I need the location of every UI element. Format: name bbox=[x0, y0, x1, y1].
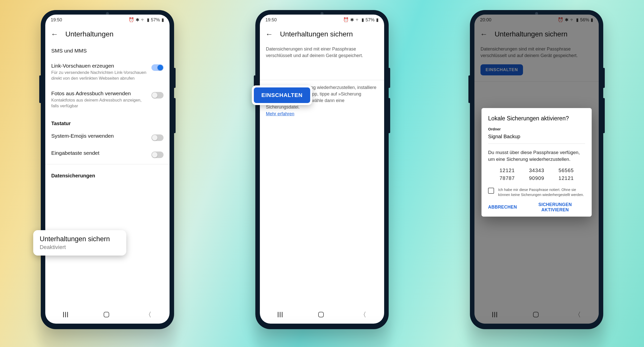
screen-3: 20:00 ⏰ ✱ ᯤ ▮ 56% ▮ ← Unterhaltungen sic… bbox=[474, 15, 599, 324]
battery-pct: 57% bbox=[366, 17, 375, 23]
bluetooth-icon: ✱ bbox=[350, 18, 354, 22]
folder-value: Signal Backup bbox=[488, 134, 585, 144]
back-button[interactable]: 〈 bbox=[145, 310, 151, 319]
home-button[interactable] bbox=[318, 312, 324, 317]
confirm-text: Ich habe mir diese Passphrase notiert. O… bbox=[498, 187, 585, 197]
row-link-preview[interactable]: Link-Vorschauen erzeugen Für zu versende… bbox=[45, 58, 170, 86]
row-title: Link-Vorschauen erzeugen bbox=[51, 63, 147, 69]
back-arrow-icon[interactable]: ← bbox=[265, 30, 273, 38]
backup-description: Datensicherungen sind mit einer Passphra… bbox=[260, 43, 384, 63]
row-system-emoji[interactable]: System-Emojis verwenden bbox=[45, 128, 170, 145]
pass-chunk: 56565 bbox=[558, 168, 574, 173]
power-button bbox=[174, 68, 176, 88]
passphrase-grid: 12121 34343 56565 78787 90909 12121 bbox=[497, 168, 577, 181]
status-time: 19:50 bbox=[265, 17, 277, 23]
home-button[interactable] bbox=[104, 312, 109, 317]
battery-pct: 57% bbox=[151, 17, 160, 23]
pass-chunk: 90909 bbox=[529, 175, 544, 181]
statusbar: 19:50 ⏰ ✱ ᯤ ▮ 57% ▮ bbox=[45, 15, 170, 25]
address-photos-toggle[interactable] bbox=[151, 92, 164, 98]
phone-1: 19:50 ⏰ ✱ ᯤ ▮ 57% ▮ ← Unterhaltungen SMS… bbox=[41, 10, 174, 329]
appbar: ← Unterhaltungen sichern bbox=[260, 25, 384, 43]
screen-1: 19:50 ⏰ ✱ ᯤ ▮ 57% ▮ ← Unterhaltungen SMS… bbox=[45, 15, 170, 324]
pass-chunk: 78787 bbox=[500, 175, 515, 181]
alarm-icon: ⏰ bbox=[129, 18, 134, 22]
confirm-button[interactable]: SICHERUNGEN AKTIVIEREN bbox=[525, 202, 585, 213]
volume-button bbox=[39, 75, 41, 103]
row-subtitle: Kontaktfotos aus deinem Adressbuch anzei… bbox=[51, 97, 147, 109]
pass-chunk: 34343 bbox=[529, 168, 544, 173]
row-title: System-Emojis verwenden bbox=[51, 133, 147, 139]
side-button bbox=[603, 98, 605, 133]
wifi-icon: ᯤ bbox=[141, 18, 145, 22]
section-backups: Datensicherungen bbox=[45, 166, 170, 181]
settings-list[interactable]: SMS und MMS Link-Vorschauen erzeugen Für… bbox=[45, 43, 170, 306]
enter-toggle[interactable] bbox=[151, 152, 164, 158]
back-arrow-icon[interactable]: ← bbox=[51, 30, 58, 38]
row-title: SMS und MMS bbox=[51, 48, 164, 54]
callout-enable-button: EINSCHALTEN bbox=[252, 85, 312, 105]
row-sms-mms[interactable]: SMS und MMS bbox=[45, 43, 170, 58]
screen-2: 19:50 ⏰ ✱ ᯤ ▮ 57% ▮ ← Unterhaltungen sic… bbox=[260, 15, 384, 324]
battery-icon: ▮ bbox=[162, 18, 164, 22]
row-address-photos[interactable]: Fotos aus Adressbuch verwenden Kontaktfo… bbox=[45, 86, 170, 114]
callout-subtitle: Deaktiviert bbox=[40, 244, 120, 251]
phone-2: 19:50 ⏰ ✱ ᯤ ▮ 57% ▮ ← Unterhaltungen sic… bbox=[255, 10, 389, 329]
pass-chunk: 12121 bbox=[558, 175, 574, 181]
dialog-title: Lokale Sicherungen aktivieren? bbox=[488, 115, 585, 122]
back-button[interactable]: 〈 bbox=[360, 310, 366, 319]
row-enter-sends[interactable]: Eingabetaste sendet bbox=[45, 145, 170, 163]
section-keyboard: Tastatur bbox=[45, 114, 170, 128]
page-title: Unterhaltungen bbox=[65, 30, 113, 38]
wifi-icon: ᯤ bbox=[355, 18, 360, 22]
battery-icon: ▮ bbox=[376, 18, 379, 22]
status-right: ⏰ ✱ ᯤ ▮ 57% ▮ bbox=[129, 17, 164, 23]
side-button bbox=[174, 98, 176, 133]
statusbar: 19:50 ⏰ ✱ ᯤ ▮ 57% ▮ bbox=[260, 15, 384, 25]
callout-title: Unterhaltungen sichern bbox=[40, 235, 120, 243]
phone-3: 20:00 ⏰ ✱ ᯤ ▮ 56% ▮ ← Unterhaltungen sic… bbox=[470, 10, 603, 329]
dialog-actions: ABBRECHEN SICHERUNGEN AKTIVIEREN bbox=[488, 202, 585, 213]
volume-button bbox=[468, 75, 470, 103]
passphrase-note: Du musst über diese Passphrase verfügen,… bbox=[488, 149, 585, 163]
divider bbox=[45, 164, 170, 164]
power-button bbox=[603, 68, 605, 88]
row-title: Eingabetaste sendet bbox=[51, 150, 147, 156]
row-subtitle: Für zu versendende Nachrichten Link-Vors… bbox=[51, 70, 147, 81]
android-navbar: 〈 bbox=[260, 306, 384, 324]
side-button bbox=[388, 98, 390, 133]
recent-apps-button[interactable] bbox=[63, 312, 68, 317]
status-time: 19:50 bbox=[51, 17, 62, 23]
folder-label: Ordner bbox=[488, 127, 585, 131]
divider bbox=[260, 80, 384, 80]
pass-chunk: 12121 bbox=[500, 168, 515, 173]
confirm-checkbox[interactable] bbox=[488, 188, 494, 194]
cell-icon: ▮ bbox=[361, 18, 364, 22]
learn-more-link[interactable]: Mehr erfahren bbox=[266, 111, 294, 116]
cancel-button[interactable]: ABBRECHEN bbox=[488, 202, 517, 213]
status-right: ⏰ ✱ ᯤ ▮ 57% ▮ bbox=[343, 17, 379, 23]
enable-button[interactable]: EINSCHALTEN bbox=[254, 87, 310, 103]
power-button bbox=[388, 68, 390, 88]
page-title: Unterhaltungen sichern bbox=[280, 30, 353, 38]
emoji-toggle[interactable] bbox=[151, 134, 164, 141]
confirm-check-row[interactable]: Ich habe mir diese Passphrase notiert. O… bbox=[488, 187, 585, 197]
row-title: Fotos aus Adressbuch verwenden bbox=[51, 90, 147, 96]
alarm-icon: ⏰ bbox=[343, 18, 349, 22]
enable-backup-dialog: Lokale Sicherungen aktivieren? Ordner Si… bbox=[481, 108, 592, 217]
cell-icon: ▮ bbox=[147, 18, 149, 22]
bluetooth-icon: ✱ bbox=[136, 18, 139, 22]
callout-backup-row[interactable]: Unterhaltungen sichern Deaktiviert bbox=[33, 230, 126, 256]
android-navbar: 〈 bbox=[45, 306, 170, 324]
backup-content: Datensicherungen sind mit einer Passphra… bbox=[260, 43, 384, 306]
link-preview-toggle[interactable] bbox=[151, 64, 164, 71]
appbar: ← Unterhaltungen bbox=[45, 25, 170, 43]
recent-apps-button[interactable] bbox=[278, 312, 283, 317]
